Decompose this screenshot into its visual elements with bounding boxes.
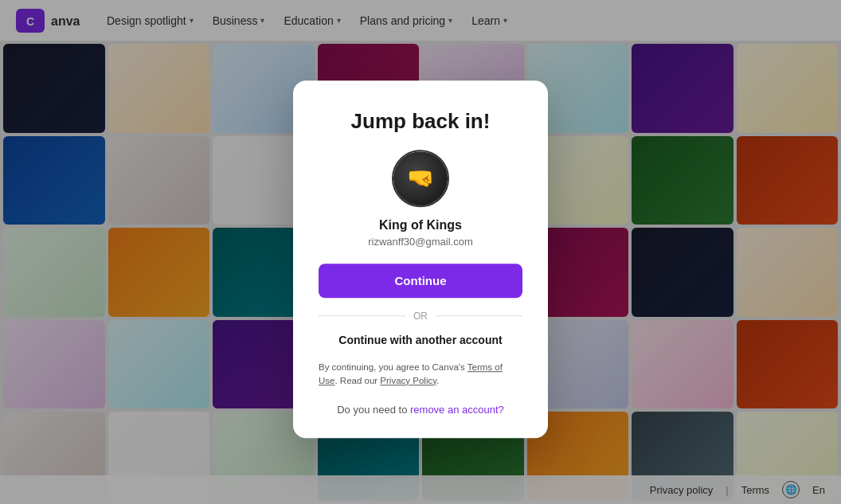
continue-button[interactable]: Continue bbox=[319, 264, 522, 298]
login-modal: Jump back in! 🤜 King of Kings rizwanff30… bbox=[293, 80, 548, 439]
user-email: rizwanff30@gmail.com bbox=[319, 236, 522, 248]
another-account-button[interactable]: Continue with another account bbox=[319, 334, 522, 346]
terms-mid: . Read our bbox=[334, 376, 380, 385]
avatar-container: 🤜 bbox=[319, 150, 522, 207]
terms-prefix: By continuing, you agree to Canva's bbox=[319, 362, 467, 372]
remove-account-prefix: Do you need to bbox=[337, 404, 410, 416]
terms-text: By continuing, you agree to Canva's Term… bbox=[319, 361, 522, 389]
user-name: King of Kings bbox=[319, 218, 522, 232]
remove-account-link[interactable]: remove an account? bbox=[410, 404, 504, 416]
avatar: 🤜 bbox=[392, 150, 449, 207]
divider-line-left bbox=[319, 315, 405, 316]
avatar-image: 🤜 bbox=[407, 165, 435, 191]
avatar-background: 🤜 bbox=[393, 151, 448, 205]
remove-account-line: Do you need to remove an account? bbox=[319, 404, 522, 416]
privacy-policy-link[interactable]: Privacy Policy bbox=[380, 376, 436, 385]
divider-line-right bbox=[436, 315, 522, 316]
or-label: OR bbox=[413, 311, 428, 322]
or-divider: OR bbox=[319, 311, 522, 322]
modal-title: Jump back in! bbox=[319, 109, 522, 134]
terms-after: . bbox=[436, 376, 439, 385]
